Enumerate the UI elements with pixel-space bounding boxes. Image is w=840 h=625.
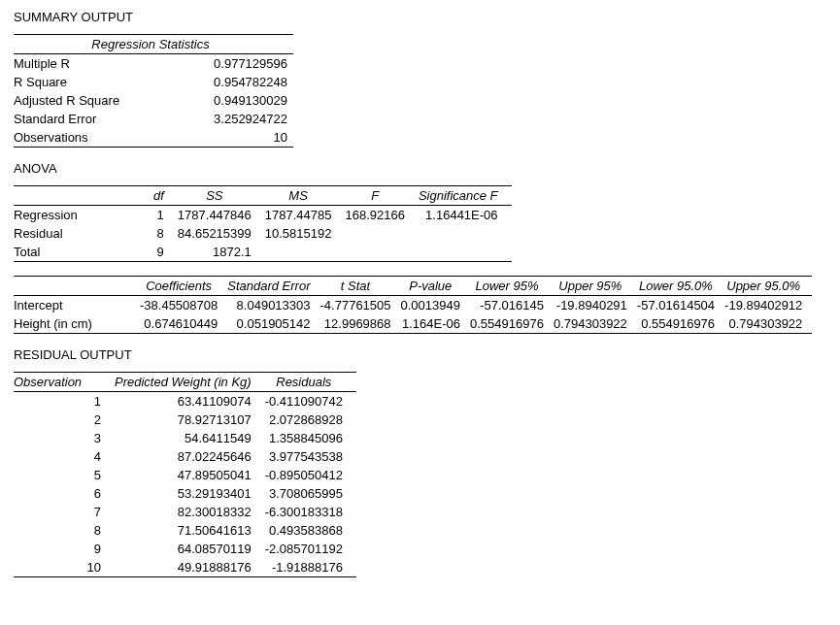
anova-title: ANOVA	[14, 161, 826, 176]
resid-pred: 54.6411549	[115, 429, 265, 447]
resid-res: 3.708065995	[265, 484, 356, 503]
stats-row: Multiple R0.977129596	[14, 54, 293, 74]
anova-df: 9	[153, 243, 178, 262]
resid-row: 278.927131072.072868928	[14, 411, 356, 429]
anova-ms	[265, 243, 346, 262]
stats-label: R Square	[14, 73, 175, 91]
anova-header-df: df	[153, 186, 178, 206]
coef-header-tstat: t Stat	[320, 277, 401, 296]
coef-l95: 0.554916976	[470, 314, 554, 334]
anova-f: 168.92166	[345, 206, 418, 225]
coef-l950: -57.01614504	[637, 296, 724, 315]
coef-u950: -19.89402912	[724, 296, 812, 315]
coef-coefficients: -38.45508708	[140, 296, 227, 315]
anova-header-blank	[14, 186, 153, 206]
resid-pred: 82.30018332	[115, 503, 265, 521]
anova-header-ms: MS	[265, 186, 346, 206]
resid-row: 653.291934013.708065995	[14, 484, 356, 503]
coef-header-stderr: Standard Error	[227, 277, 319, 296]
anova-label: Regression	[14, 206, 153, 225]
stats-label: Observations	[14, 128, 175, 148]
residual-output-section: RESIDUAL OUTPUT Observation Predicted We…	[14, 347, 826, 577]
resid-row: 547.89505041-0.895050412	[14, 466, 356, 484]
resid-header-pred: Predicted Weight (in Kg)	[115, 373, 265, 392]
resid-res: 0.493583868	[265, 521, 356, 540]
coef-header-u95: Upper 95%	[554, 277, 637, 296]
anova-header-ss: SS	[178, 186, 265, 206]
resid-obs: 9	[14, 540, 115, 558]
resid-pred: 63.41109074	[115, 392, 265, 411]
anova-df: 8	[153, 224, 178, 243]
stats-value: 10	[175, 128, 293, 148]
resid-pred: 47.89505041	[115, 466, 265, 484]
coefficients-table: Coefficients Standard Error t Stat P-val…	[14, 276, 812, 334]
resid-obs: 4	[14, 447, 115, 466]
resid-obs: 1	[14, 392, 115, 411]
resid-pred: 78.92713107	[115, 411, 265, 429]
anova-ms: 10.5815192	[265, 224, 346, 243]
coef-header-coefficients: Coefficients	[140, 277, 227, 296]
resid-row: 354.64115491.358845096	[14, 429, 356, 447]
coef-tstat: -4.77761505	[320, 296, 401, 315]
stats-value: 0.977129596	[175, 54, 293, 74]
coef-header-l95: Lower 95%	[470, 277, 554, 296]
resid-row: 871.506416130.493583868	[14, 521, 356, 540]
residual-table: Observation Predicted Weight (in Kg) Res…	[14, 372, 356, 577]
resid-obs: 3	[14, 429, 115, 447]
anova-row: Regression 1 1787.447846 1787.44785 168.…	[14, 206, 512, 225]
coef-l95: -57.016145	[470, 296, 554, 315]
anova-label: Total	[14, 243, 153, 262]
coefficients-section: Coefficients Standard Error t Stat P-val…	[14, 276, 826, 334]
resid-res: 2.072868928	[265, 411, 356, 429]
resid-res: -2.085701192	[265, 540, 356, 558]
coef-label: Intercept	[14, 296, 140, 315]
residual-output-title: RESIDUAL OUTPUT	[14, 347, 826, 362]
coef-row: Height (in cm) 0.674610449 0.051905142 1…	[14, 314, 812, 334]
resid-row: 964.08570119-2.085701192	[14, 540, 356, 558]
resid-res: -0.895050412	[265, 466, 356, 484]
resid-header-res: Residuals	[265, 373, 356, 392]
anova-label: Residual	[14, 224, 153, 243]
resid-obs: 5	[14, 466, 115, 484]
coef-header-pvalue: P-value	[401, 277, 470, 296]
resid-obs: 7	[14, 503, 115, 521]
resid-res: 3.977543538	[265, 447, 356, 466]
resid-obs: 2	[14, 411, 115, 429]
anova-header-f: F	[345, 186, 418, 206]
resid-res: -1.91888176	[265, 558, 356, 577]
resid-pred: 49.91888176	[115, 558, 265, 577]
anova-f	[345, 224, 418, 243]
anova-sigf: 1.16441E-06	[419, 206, 512, 225]
regression-stats-title: Regression Statistics	[14, 35, 293, 54]
coef-header-l950: Lower 95.0%	[637, 277, 724, 296]
stats-row: R Square0.954782248	[14, 73, 293, 91]
resid-pred: 71.50641613	[115, 521, 265, 540]
coef-label: Height (in cm)	[14, 314, 140, 334]
resid-obs: 10	[14, 558, 115, 577]
coef-u950: 0.794303922	[724, 314, 812, 334]
regression-stats-table: Regression Statistics Multiple R0.977129…	[14, 34, 293, 148]
resid-res: -0.411090742	[265, 392, 356, 411]
anova-df: 1	[153, 206, 178, 225]
anova-table: df SS MS F Significance F Regression 1 1…	[14, 185, 512, 262]
coef-header-blank	[14, 277, 140, 296]
coef-pvalue: 1.164E-06	[401, 314, 470, 334]
stats-label: Standard Error	[14, 110, 175, 128]
resid-pred: 53.29193401	[115, 484, 265, 503]
coef-stderr: 0.051905142	[227, 314, 319, 334]
stats-value: 3.252924722	[175, 110, 293, 128]
summary-output-section: SUMMARY OUTPUT Regression Statistics Mul…	[14, 10, 826, 148]
stats-value: 0.949130029	[175, 91, 293, 110]
anova-ms: 1787.44785	[265, 206, 346, 225]
coef-pvalue: 0.0013949	[401, 296, 470, 315]
coef-stderr: 8.049013303	[227, 296, 319, 315]
stats-label: Adjusted R Square	[14, 91, 175, 110]
anova-section: ANOVA df SS MS F Significance F Regressi…	[14, 161, 826, 262]
coef-tstat: 12.9969868	[320, 314, 401, 334]
anova-row: Total 9 1872.1	[14, 243, 512, 262]
resid-obs: 6	[14, 484, 115, 503]
stats-row: Observations10	[14, 128, 293, 148]
resid-header-obs: Observation	[14, 373, 115, 392]
coef-u95: 0.794303922	[554, 314, 637, 334]
coef-l950: 0.554916976	[637, 314, 724, 334]
